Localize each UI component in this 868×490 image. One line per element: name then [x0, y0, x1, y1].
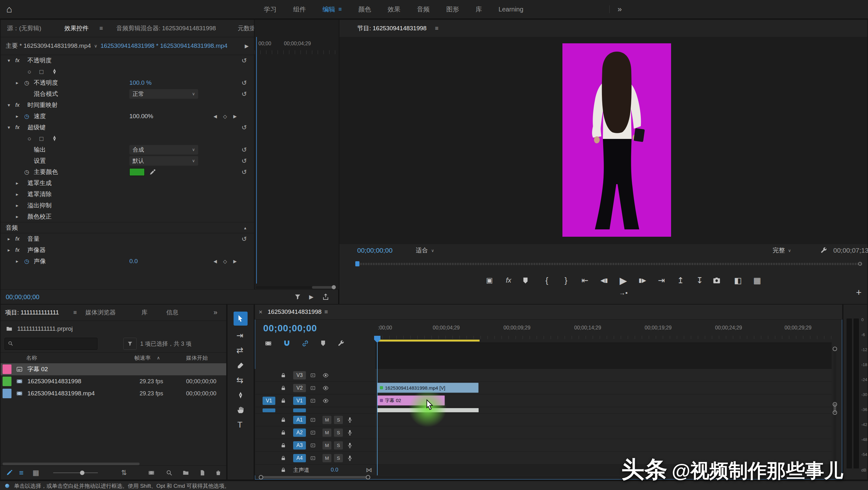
timeline-panel-menu-icon[interactable]: ≡	[324, 308, 328, 315]
linked-selection-icon[interactable]	[302, 340, 309, 347]
toggle-track-output-eye-icon[interactable]	[322, 398, 329, 404]
program-settings-wrench-icon[interactable]	[820, 247, 828, 254]
tab-source-monitor[interactable]: 源：(无剪辑)	[7, 24, 41, 32]
mark-in-button[interactable]: {	[540, 273, 553, 287]
sync-lock-icon[interactable]	[310, 455, 316, 461]
lock-icon[interactable]	[280, 417, 286, 423]
workspace-tab-assembly[interactable]: 组件	[293, 5, 306, 14]
effect-controls-timecode[interactable]: 00;00;00;00	[6, 294, 39, 301]
close-tab-icon[interactable]: ×	[259, 308, 262, 316]
multi-camera-button[interactable]: ▦	[751, 273, 764, 287]
twirl-closed-icon[interactable]: ▸	[8, 247, 10, 253]
master-clip-label[interactable]: 主要 * 1625309414831998.mp4	[6, 42, 91, 50]
track-target-a1[interactable]: A1	[293, 416, 306, 424]
track-lane-v2[interactable]: 1625309414831998.mp4 [V]	[375, 382, 832, 394]
zoom-slider-handle[interactable]	[80, 470, 85, 475]
export-icon[interactable]	[322, 293, 330, 301]
track-target-v3[interactable]: V3	[293, 371, 306, 379]
hand-tool-icon[interactable]	[237, 406, 245, 414]
sync-lock-icon[interactable]	[310, 372, 316, 378]
program-scrubber[interactable]	[355, 261, 863, 266]
fx-badge-icon[interactable]: fx	[15, 57, 20, 64]
clear-trash-icon[interactable]	[215, 469, 222, 476]
h-scroll-handle-right[interactable]	[366, 475, 370, 480]
v-scroll-handle-top[interactable]	[833, 347, 837, 351]
twirl-closed-icon[interactable]: ▸	[16, 258, 19, 264]
type-tool[interactable]: T	[238, 420, 243, 430]
new-search-bin-button[interactable]	[123, 338, 137, 350]
search-box[interactable]	[4, 338, 97, 350]
tab-info[interactable]: 信息	[166, 308, 179, 317]
comparison-view-button[interactable]: ◧	[732, 273, 744, 287]
export-frame-button[interactable]	[713, 277, 721, 285]
twirl-closed-icon[interactable]: ▸	[16, 191, 19, 197]
prev-keyframe-icon[interactable]: ◀	[214, 114, 217, 119]
track-lane-a2[interactable]	[375, 426, 832, 439]
tab-metadata[interactable]: 元数据	[238, 24, 256, 32]
extract-button[interactable]: ↧	[693, 273, 706, 287]
track-target-a3[interactable]: A3	[293, 441, 306, 450]
timeline-view-toggle-icon[interactable]: ▶	[245, 43, 249, 49]
sort-ascending-icon[interactable]: ∧	[157, 355, 160, 360]
filter-properties-icon[interactable]	[294, 293, 302, 301]
voiceover-mic-icon[interactable]	[347, 455, 353, 461]
toggle-track-output-eye-icon[interactable]	[322, 372, 329, 378]
label-color-chip[interactable]	[3, 389, 11, 398]
mute-button[interactable]: M	[322, 454, 331, 462]
opacity-value[interactable]: 100.0 %	[129, 79, 152, 86]
project-writable-pencil-icon[interactable]	[6, 469, 13, 476]
mute-button[interactable]: M	[322, 441, 331, 450]
item-name[interactable]: 字幕 02	[27, 365, 48, 373]
sync-lock-icon[interactable]	[310, 429, 316, 436]
workspace-tab-audio[interactable]: 音频	[417, 5, 430, 14]
automate-to-sequence-icon[interactable]	[148, 469, 155, 476]
track-select-tool[interactable]: ⇥	[237, 331, 243, 341]
reset-effect-icon[interactable]: ↺	[242, 235, 247, 243]
play-button[interactable]: ▶	[617, 273, 630, 287]
pan-value[interactable]: 0.0	[129, 258, 138, 265]
twirl-closed-icon[interactable]: ▸	[16, 203, 19, 208]
key-color-swatch[interactable]	[129, 168, 145, 176]
sync-lock-icon[interactable]	[310, 385, 316, 391]
rectangle-mask-icon[interactable]: □	[39, 135, 43, 142]
lock-icon[interactable]	[280, 385, 286, 391]
step-forward-button[interactable]: ▮▶	[636, 273, 649, 287]
effect-controls-timeline-lane[interactable]: 00;00 00;00;04;29	[254, 20, 339, 289]
twirl-closed-icon[interactable]: ▸	[16, 214, 19, 219]
setting-dropdown[interactable]: 默认 ∨	[129, 156, 198, 166]
workspace-tab-color[interactable]: 颜色	[359, 5, 371, 14]
tab-libraries[interactable]: 库	[142, 308, 148, 317]
stopwatch-icon[interactable]: ◷	[24, 79, 29, 86]
resolution-dropdown[interactable]: 完整 ∨	[773, 246, 791, 254]
output-dropdown[interactable]: 合成 ∨	[129, 145, 198, 155]
fx-badge-icon[interactable]: fx	[15, 124, 20, 131]
source-patch-a1-mini[interactable]	[262, 408, 275, 412]
item-name[interactable]: 1625309414831998.mp4	[27, 390, 95, 397]
column-frame-rate[interactable]: 帧速率	[134, 354, 151, 362]
tab-media-browser[interactable]: 媒体浏览器	[85, 308, 116, 317]
sync-lock-icon[interactable]	[310, 442, 316, 449]
icon-view-button[interactable]: ▦	[32, 469, 39, 477]
reset-param-icon[interactable]: ↺	[242, 168, 247, 176]
search-input[interactable]	[16, 339, 96, 349]
reset-effect-icon[interactable]: ↺	[242, 124, 247, 131]
eyedropper-icon[interactable]	[149, 169, 156, 176]
track-target-v1[interactable]: V1	[293, 397, 306, 405]
fx-badge-icon[interactable]: fx	[15, 102, 20, 108]
timeline-timecode[interactable]: 00;00;00;00	[263, 323, 317, 334]
workspace-tab-learn[interactable]: 学习	[264, 5, 277, 14]
reset-param-icon[interactable]: ↺	[242, 79, 247, 87]
timeline-settings-wrench-icon[interactable]	[337, 340, 345, 347]
h-scroll-handle-left[interactable]	[259, 475, 263, 480]
reset-effect-icon[interactable]: ↺	[242, 57, 247, 64]
project-item-row[interactable]: 1625309414831998.mp4 29.23 fps 00;00;00;…	[1, 388, 226, 400]
scrubber-end-handle[interactable]	[858, 262, 862, 266]
snap-magnet-icon[interactable]	[283, 340, 290, 347]
workspace-tab-libraries[interactable]: 库	[476, 5, 482, 14]
lane-h-scrollbar[interactable]	[256, 286, 336, 289]
tab-effect-controls[interactable]: 效果控件	[64, 24, 89, 32]
track-lane-a3[interactable]	[375, 439, 832, 452]
ripple-edit-tool[interactable]: ⇄	[237, 345, 243, 355]
track-target-v2[interactable]: V2	[293, 384, 306, 392]
fit-sequence-icon[interactable]: ⋈	[366, 466, 372, 474]
